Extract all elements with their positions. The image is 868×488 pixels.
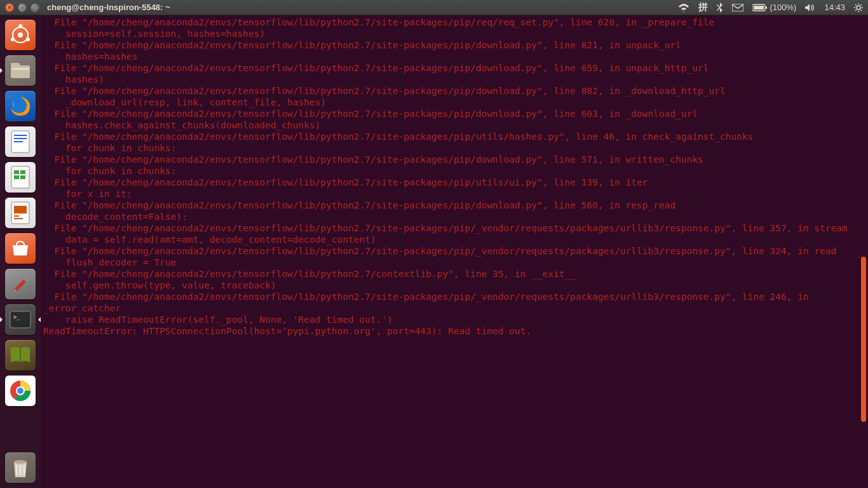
terminal-line: File "/home/cheng/anaconda2/envs/tensorf… <box>43 177 865 188</box>
svg-point-33 <box>17 388 24 394</box>
window-title: cheng@cheng-Inspiron-5548: ~ <box>47 3 170 12</box>
terminal-line: File "/home/cheng/anaconda2/envs/tensorf… <box>43 39 865 51</box>
terminal-line: File "/home/cheng/anaconda2/envs/tensorf… <box>43 131 865 142</box>
top-panel: ✕ − ▢ cheng@cheng-Inspiron-5548: ~ 拼 (10… <box>0 0 868 15</box>
terminal-line: File "/home/cheng/anaconda2/envs/tensorf… <box>43 200 865 211</box>
svg-rect-2 <box>754 6 764 10</box>
svg-point-7 <box>18 24 22 28</box>
battery-indicator[interactable]: (100%) <box>752 3 797 12</box>
svg-rect-21 <box>14 175 19 179</box>
svg-rect-26 <box>14 218 23 219</box>
unity-launcher: >_ <box>0 15 41 488</box>
wifi-icon[interactable] <box>678 3 689 12</box>
terminal-line: raise ReadTimeoutError(self._pool, None,… <box>43 314 865 325</box>
svg-rect-24 <box>14 206 27 214</box>
svg-point-6 <box>18 32 23 37</box>
terminal-line: File "/home/cheng/anaconda2/envs/tensorf… <box>43 85 865 97</box>
terminal-window[interactable]: File "/home/cheng/anaconda2/envs/tensorf… <box>41 15 868 488</box>
scrollbar-thumb[interactable] <box>861 257 866 422</box>
svg-rect-0 <box>732 4 743 11</box>
launcher-settings[interactable] <box>4 268 37 301</box>
minimize-button[interactable]: − <box>18 3 27 12</box>
launcher-terminal[interactable]: >_ <box>4 303 37 336</box>
svg-rect-17 <box>14 141 23 142</box>
launcher-files[interactable] <box>4 54 37 87</box>
terminal-line: self.gen.throw(type, value, traceback) <box>43 280 865 291</box>
svg-rect-11 <box>11 63 20 67</box>
launcher-firefox[interactable] <box>4 90 37 123</box>
svg-point-8 <box>26 37 30 41</box>
svg-rect-10 <box>11 65 30 78</box>
terminal-line: File "/home/cheng/anaconda2/envs/tensorf… <box>43 154 865 165</box>
svg-point-9 <box>11 37 15 41</box>
window-controls: ✕ − ▢ <box>5 3 39 12</box>
terminal-line: File "/home/cheng/anaconda2/envs/tensorf… <box>43 245 865 257</box>
terminal-line: File "/home/cheng/anaconda2/envs/tensorf… <box>43 222 865 234</box>
svg-rect-20 <box>20 170 25 174</box>
close-button[interactable]: ✕ <box>5 3 14 12</box>
bluetooth-icon[interactable] <box>717 3 723 13</box>
terminal-line: hashes) <box>43 74 865 85</box>
battery-text: (100%) <box>770 3 797 12</box>
svg-rect-15 <box>14 135 27 136</box>
terminal-line: ReadTimeoutError: HTTPSConnectionPool(ho… <box>43 325 865 337</box>
launcher-writer[interactable] <box>4 125 37 158</box>
svg-rect-3 <box>766 6 767 9</box>
clock[interactable]: 14:43 <box>824 3 845 12</box>
system-tray: 拼 (100%) 14:43 <box>678 1 863 13</box>
svg-rect-19 <box>14 170 19 174</box>
terminal-line: File "/home/cheng/anaconda2/envs/tensorf… <box>43 108 865 119</box>
launcher-trash[interactable] <box>4 451 37 484</box>
launcher-book[interactable] <box>4 339 37 372</box>
launcher-chrome[interactable] <box>4 374 37 407</box>
svg-text:>_: >_ <box>13 314 20 320</box>
svg-point-34 <box>14 460 27 464</box>
terminal-output: File "/home/cheng/anaconda2/envs/tensorf… <box>43 17 865 337</box>
svg-point-4 <box>857 6 860 10</box>
svg-rect-22 <box>20 175 25 179</box>
launcher-calc[interactable] <box>4 161 37 194</box>
terminal-line: session=self.session, hashes=hashes) <box>43 28 865 39</box>
svg-rect-12 <box>12 68 29 70</box>
terminal-line: File "/home/cheng/anaconda2/envs/tensorf… <box>43 291 865 314</box>
terminal-line: _download_url(resp, link, content_file, … <box>43 97 865 108</box>
terminal-line: for chunk in chunks: <box>43 142 865 154</box>
terminal-line: File "/home/cheng/anaconda2/envs/tensorf… <box>43 62 865 74</box>
terminal-line: flush_decoder = True <box>43 257 865 268</box>
svg-rect-35 <box>16 465 17 475</box>
mail-icon[interactable] <box>732 4 743 11</box>
maximize-button[interactable]: ▢ <box>31 3 39 12</box>
terminal-line: decode_content=False): <box>43 211 865 222</box>
launcher-dash[interactable] <box>4 18 37 51</box>
launcher-impress[interactable] <box>4 196 37 229</box>
svg-rect-16 <box>14 138 27 139</box>
terminal-line: File "/home/cheng/anaconda2/envs/tensorf… <box>43 268 865 280</box>
launcher-software[interactable] <box>4 232 37 265</box>
terminal-scrollbar[interactable] <box>861 15 866 488</box>
terminal-line: hashes=hashes <box>43 51 865 62</box>
terminal-line: hashes.check_against_chunks(downloaded_c… <box>43 119 865 131</box>
svg-point-28 <box>14 289 17 292</box>
terminal-line: for chunk in chunks: <box>43 165 865 177</box>
gear-icon[interactable] <box>854 3 863 12</box>
svg-rect-36 <box>20 465 21 475</box>
terminal-line: data = self.read(amt=amt, decode_content… <box>43 234 865 245</box>
ime-indicator[interactable]: 拼 <box>698 1 708 13</box>
terminal-line: File "/home/cheng/anaconda2/envs/tensorf… <box>43 17 865 28</box>
terminal-line: for x in it: <box>43 188 865 200</box>
svg-rect-37 <box>24 465 25 475</box>
svg-rect-25 <box>14 215 19 217</box>
volume-icon[interactable] <box>805 3 815 12</box>
